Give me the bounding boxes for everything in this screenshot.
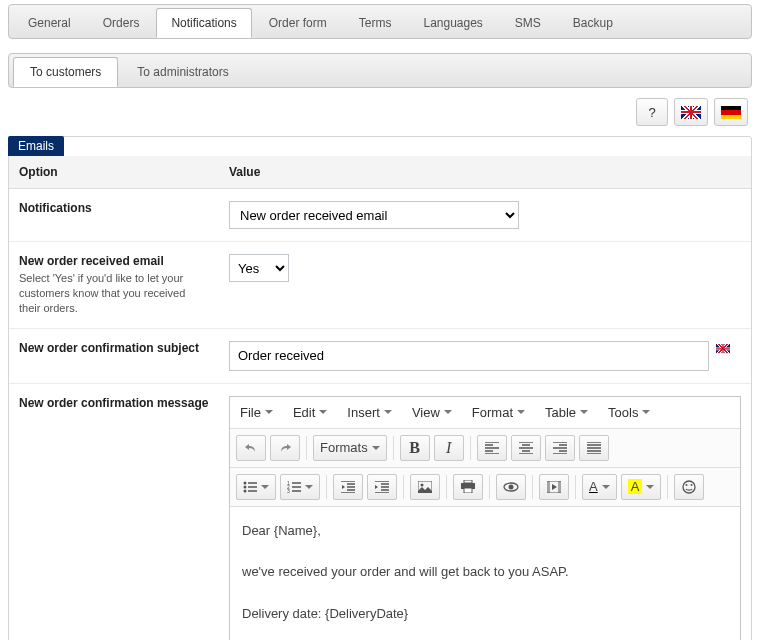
align-right-button[interactable] <box>545 435 575 461</box>
flag-gb-icon <box>716 344 730 353</box>
svg-point-15 <box>686 484 688 486</box>
align-center-button[interactable] <box>511 435 541 461</box>
image-button[interactable] <box>410 474 440 500</box>
svg-point-14 <box>683 481 695 493</box>
enable-email-desc: Select 'Yes' if you'd like to let your c… <box>19 271 209 316</box>
tab-order-form[interactable]: Order form <box>254 8 342 38</box>
undo-icon <box>244 441 258 455</box>
emoji-button[interactable] <box>674 474 704 500</box>
caret-down-icon <box>602 485 610 489</box>
tab-orders[interactable]: Orders <box>88 8 155 38</box>
text-color-button[interactable]: A <box>582 474 617 500</box>
image-icon <box>418 481 432 493</box>
editor-toolbar-2: 123 A A <box>230 468 740 507</box>
indent-icon <box>375 481 389 493</box>
menu-table[interactable]: Table <box>545 405 588 420</box>
col-value-header: Value <box>219 156 751 189</box>
top-right-controls: ? <box>8 98 748 126</box>
enable-email-select[interactable]: Yes <box>229 254 289 282</box>
bold-button[interactable]: B <box>400 435 430 461</box>
number-list-icon: 123 <box>287 481 301 493</box>
preview-button[interactable] <box>496 474 526 500</box>
caret-down-icon <box>517 410 525 414</box>
bullet-list-button[interactable] <box>236 474 276 500</box>
print-icon <box>461 480 475 493</box>
menu-tools[interactable]: Tools <box>608 405 650 420</box>
eye-icon <box>503 482 519 492</box>
indent-button[interactable] <box>367 474 397 500</box>
flag-de-icon <box>721 106 741 119</box>
svg-point-1 <box>244 485 247 488</box>
menu-view[interactable]: View <box>412 405 452 420</box>
svg-point-16 <box>691 484 693 486</box>
menu-insert[interactable]: Insert <box>347 405 392 420</box>
bullet-list-icon <box>243 481 257 493</box>
svg-rect-8 <box>464 480 472 483</box>
svg-point-7 <box>421 483 424 486</box>
row-notifications: Notifications New order received email <box>9 189 751 242</box>
formats-dropdown[interactable]: Formats <box>313 435 387 461</box>
align-justify-icon <box>587 442 601 454</box>
caret-down-icon <box>646 485 654 489</box>
language-de-button[interactable] <box>714 98 748 126</box>
number-list-button[interactable]: 123 <box>280 474 320 500</box>
rich-text-editor: File Edit Insert View Format Table Tools… <box>229 396 741 640</box>
media-button[interactable] <box>539 474 569 500</box>
notifications-label: Notifications <box>9 189 219 242</box>
background-color-button[interactable]: A <box>621 474 662 500</box>
tab-languages[interactable]: Languages <box>408 8 497 38</box>
italic-button[interactable]: I <box>434 435 464 461</box>
editor-body[interactable]: Dear {Name}, we've received your order a… <box>230 507 740 640</box>
editor-menubar: File Edit Insert View Format Table Tools <box>230 397 740 429</box>
caret-down-icon <box>372 446 380 450</box>
align-justify-button[interactable] <box>579 435 609 461</box>
align-left-icon <box>485 442 499 454</box>
subject-label: New order confirmation subject <box>9 328 219 383</box>
caret-down-icon <box>265 410 273 414</box>
tab-terms[interactable]: Terms <box>344 8 407 38</box>
caret-down-icon <box>444 410 452 414</box>
sub-tabbar: To customers To administrators <box>8 53 752 88</box>
svg-rect-10 <box>464 488 472 493</box>
tab-backup[interactable]: Backup <box>558 8 628 38</box>
subject-input[interactable] <box>229 341 709 371</box>
options-table: Option Value Notifications New order rec… <box>9 156 751 640</box>
editor-toolbar-1: Formats B I <box>230 429 740 468</box>
tab-sms[interactable]: SMS <box>500 8 556 38</box>
menu-edit[interactable]: Edit <box>293 405 327 420</box>
svg-point-12 <box>509 484 514 489</box>
menu-file[interactable]: File <box>240 405 273 420</box>
print-button[interactable] <box>453 474 483 500</box>
emails-panel: Emails Option Value Notifications New or… <box>8 136 752 640</box>
smiley-icon <box>682 480 696 494</box>
help-button[interactable]: ? <box>636 98 668 126</box>
svg-point-0 <box>244 481 247 484</box>
outdent-icon <box>341 481 355 493</box>
subtab-to-customers[interactable]: To customers <box>13 57 118 87</box>
language-en-button[interactable] <box>674 98 708 126</box>
caret-down-icon <box>642 410 650 414</box>
caret-down-icon <box>384 410 392 414</box>
row-subject: New order confirmation subject <box>9 328 751 383</box>
align-right-icon <box>553 442 567 454</box>
editor-line: we've received your order and will get b… <box>242 562 728 582</box>
editor-line: Dear {Name}, <box>242 521 728 541</box>
tab-general[interactable]: General <box>13 8 86 38</box>
media-icon <box>547 481 561 493</box>
caret-down-icon <box>319 410 327 414</box>
flag-gb-icon <box>681 106 701 119</box>
redo-icon <box>278 441 292 455</box>
align-left-button[interactable] <box>477 435 507 461</box>
col-option-header: Option <box>9 156 219 189</box>
notifications-select[interactable]: New order received email <box>229 201 519 229</box>
enable-email-label: New order received email <box>19 254 164 268</box>
menu-format[interactable]: Format <box>472 405 525 420</box>
editor-line: Delivery date: {DeliveryDate} <box>242 604 728 624</box>
row-message: New order confirmation message File Edit… <box>9 383 751 640</box>
subtab-to-administrators[interactable]: To administrators <box>120 57 245 87</box>
caret-down-icon <box>261 485 269 489</box>
outdent-button[interactable] <box>333 474 363 500</box>
redo-button[interactable] <box>270 435 300 461</box>
tab-notifications[interactable]: Notifications <box>156 8 251 38</box>
undo-button[interactable] <box>236 435 266 461</box>
